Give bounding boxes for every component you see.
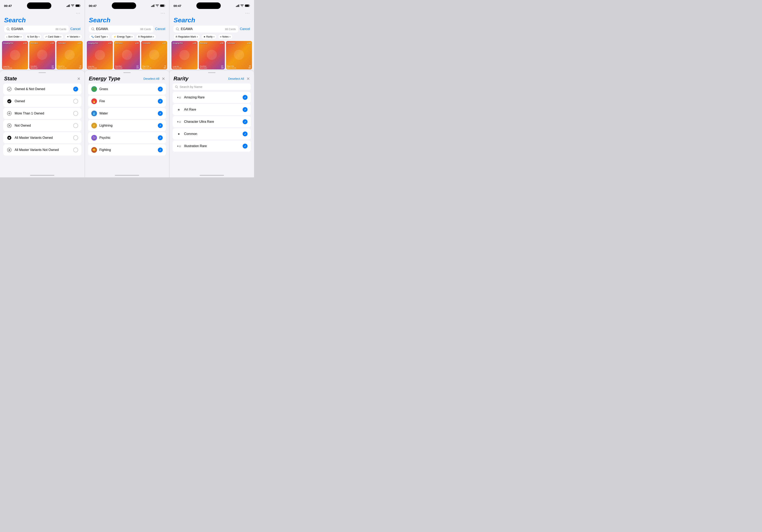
filter-item-0[interactable]: Owned & Not Owned [3, 83, 81, 95]
filter-chip-1[interactable]: ⚡Energy Type▾ [111, 34, 135, 39]
svg-rect-28 [250, 5, 250, 6]
card-thumbnail[interactable]: Gouging Fire ▲130 Lunge OutBlazing Charg… [172, 41, 197, 69]
filter-item-left: Not Owned [7, 123, 31, 128]
filter-list: 🌿Grass🔥Fire💧Water⚡Lightning🔮Psychic👊Figh… [85, 83, 169, 173]
card-thumbnail[interactable]: Turtonator ▲130 Ring of Fire50Inferno On… [56, 41, 82, 69]
svg-rect-5 [76, 5, 79, 7]
card-thumbnail[interactable]: Gouging Fire ▲130 Lunge OutBlazing Charg… [87, 41, 113, 69]
filter-item-label: Lightning [100, 124, 113, 127]
filter-checkbox[interactable] [158, 87, 163, 92]
filter-item-left: ✦UCharacter Ultra Rare [176, 119, 214, 124]
filter-item-0[interactable]: 🌿Grass [88, 83, 166, 95]
filter-checkbox[interactable] [73, 111, 78, 116]
filter-item-5[interactable]: 👊Fighting [88, 144, 166, 156]
filter-item-3[interactable]: Not Owned [3, 120, 81, 131]
filter-item-1[interactable]: 🔥Fire [88, 96, 166, 107]
filter-checkbox[interactable] [243, 144, 248, 149]
filter-item-left: 🔮Psychic [91, 135, 111, 141]
search-icon [176, 28, 179, 31]
filter-checkbox[interactable] [73, 87, 78, 92]
filter-checkbox[interactable] [243, 95, 248, 100]
filter-item-label: Water [100, 112, 108, 115]
filter-item-icon: 💧 [91, 111, 97, 116]
svg-point-9 [7, 99, 11, 103]
close-sheet-button[interactable]: ✕ [77, 76, 81, 81]
card-name: Gouging Fire [3, 42, 13, 44]
chip-icon: ✓ [45, 36, 47, 38]
filter-item-4[interactable]: ✦UIllustration Rare [173, 140, 251, 152]
filter-chip-1[interactable]: ★Rarity▾ [201, 34, 217, 39]
deselect-all-button[interactable]: Deselect All [143, 77, 159, 80]
filter-chip-1[interactable]: ⇅Sort By▾ [25, 34, 42, 39]
filter-item-0[interactable]: ✦UAmazing Rare [173, 92, 251, 103]
filter-item-left: 💧Water [91, 111, 108, 116]
filter-chip-0[interactable]: RRegulation Mark▾ [174, 34, 200, 39]
filter-checkbox[interactable] [158, 123, 163, 128]
filter-chip-3[interactable]: ✦Variants▾ [65, 34, 82, 39]
search-input-container[interactable]: EGAWA 88 Cards [89, 26, 154, 33]
filter-checkbox[interactable] [243, 131, 248, 136]
filter-item-2[interactable]: ✦UCharacter Ultra Rare [173, 116, 251, 127]
filter-checkbox[interactable] [73, 147, 78, 152]
svg-rect-16 [153, 5, 154, 7]
card-gallery: Gouging Fire ▲130 Lunge OutBlazing Charg… [85, 41, 169, 69]
filter-item-4[interactable]: 🔮Psychic [88, 132, 166, 143]
filter-checkbox[interactable] [243, 107, 248, 112]
cancel-button[interactable]: Cancel [240, 27, 250, 31]
filter-checkbox[interactable] [158, 99, 163, 104]
status-bar: 00:47 [85, 0, 169, 10]
status-bar: 00:47 [0, 0, 85, 10]
filter-item-1[interactable]: ★Art Rare [173, 104, 251, 115]
card-name: Turtonator [142, 42, 151, 44]
filter-item-3[interactable]: ●Common [173, 128, 251, 140]
filter-chip-0[interactable]: 🐾Card Type▾ [89, 34, 110, 39]
filter-item-left: ●Common [176, 131, 197, 137]
filter-chip-2[interactable]: ≡Notes▾ [218, 34, 233, 39]
filter-item-4[interactable]: All Master Variants Owned [3, 132, 81, 143]
card-thumbnail[interactable]: Turtonator ▲130 Ring of Fire50Inferno On… [141, 41, 167, 69]
three-dots-menu[interactable]: ··· [0, 10, 85, 15]
close-sheet-button[interactable]: ✕ [247, 76, 250, 81]
filter-item-label: Art Rare [184, 108, 196, 112]
svg-rect-3 [69, 4, 70, 7]
close-sheet-button[interactable]: ✕ [162, 76, 165, 81]
status-icons [151, 4, 165, 7]
filter-chip-2[interactable]: ✓Card State▾ [43, 34, 63, 39]
status-time: 00:47 [174, 4, 181, 8]
filter-checkbox[interactable] [158, 111, 163, 116]
chevron-down-icon: ▾ [213, 36, 214, 38]
search-input-container[interactable]: EGAWA 88 Cards [4, 26, 69, 33]
chip-label: Sort Order [8, 35, 20, 38]
filter-checkbox[interactable] [73, 99, 78, 104]
card-thumbnail[interactable]: Gouging Fire ▲130 Lunge OutBlazing Charg… [2, 41, 28, 69]
filter-chips-row: ↕Sort Order▾⇅Sort By▾✓Card State▾✦Varian… [0, 33, 85, 41]
sheet-search-bar[interactable]: Search by Name [173, 83, 251, 90]
cancel-button[interactable]: Cancel [70, 27, 81, 31]
filter-item-2[interactable]: 💧Water [88, 108, 166, 119]
card-hp: ▲130 [162, 42, 166, 44]
card-thumbnail[interactable]: Turtonator ▲130 Ring of Fire50Inferno On… [226, 41, 252, 69]
filter-checkbox[interactable] [158, 147, 163, 152]
signal-icon [236, 4, 239, 7]
card-thumbnail[interactable]: Eternatus ▲150 Dyna-Blast10+World Ender2… [29, 41, 55, 69]
filter-item-1[interactable]: Owned [3, 96, 81, 107]
filter-item-left: ★Art Rare [176, 107, 196, 113]
filter-checkbox[interactable] [243, 119, 248, 124]
cancel-button[interactable]: Cancel [155, 27, 165, 31]
three-dots-menu[interactable]: ··· [169, 10, 254, 15]
card-thumbnail[interactable]: Eternatus ▲150 Dyna-Blast10+World Ender2… [114, 41, 140, 69]
filter-item-3[interactable]: ⚡Lightning [88, 120, 166, 131]
card-thumbnail[interactable]: Eternatus ▲150 Dyna-Blast10+World Ender2… [199, 41, 225, 69]
filter-item-2[interactable]: More Than 1 Owned [3, 108, 81, 119]
search-input-container[interactable]: EGAWA 88 Cards [174, 26, 238, 33]
deselect-all-button[interactable]: Deselect All [228, 77, 244, 80]
filter-chip-0[interactable]: ↕Sort Order▾ [4, 34, 24, 39]
search-title: Search [169, 15, 254, 26]
filter-checkbox[interactable] [158, 135, 163, 140]
filter-checkbox[interactable] [73, 123, 78, 128]
filter-checkbox[interactable] [73, 135, 78, 140]
three-dots-menu[interactable]: ··· [85, 10, 169, 15]
filter-chip-2[interactable]: RRegulation▾ [136, 34, 156, 39]
card-name: Turtonator [58, 42, 66, 44]
filter-item-5[interactable]: All Master Variants Not Owned [3, 144, 81, 156]
